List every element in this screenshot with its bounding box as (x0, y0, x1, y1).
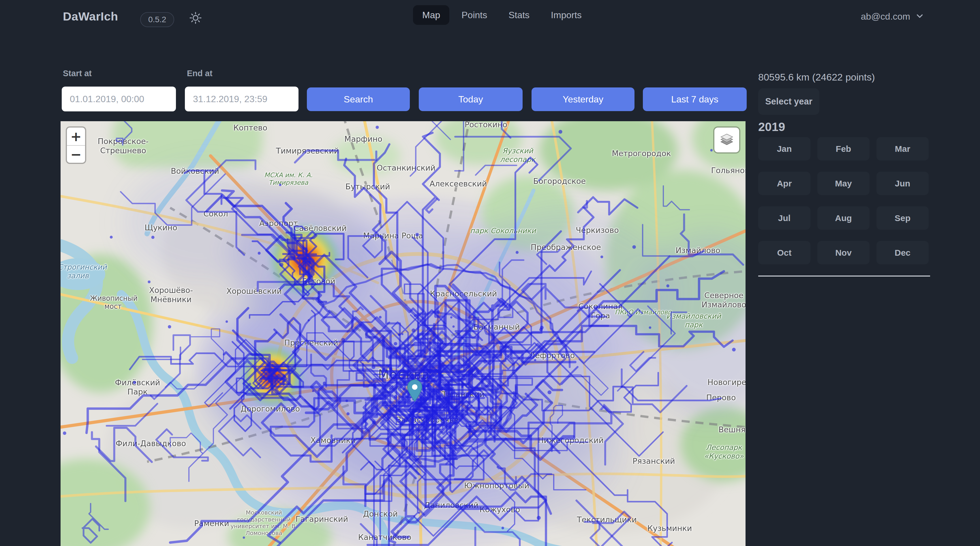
month-button-aug[interactable]: Aug (817, 206, 870, 230)
month-button-nov[interactable]: Nov (817, 241, 870, 264)
month-button-sep[interactable]: Sep (877, 206, 929, 230)
zoom-out-button[interactable]: − (67, 145, 85, 163)
month-button-may[interactable]: May (817, 172, 870, 195)
month-button-jan[interactable]: Jan (758, 137, 810, 160)
yesterday-button[interactable]: Yesterday (531, 88, 635, 111)
gps-tracks-layer (60, 121, 746, 546)
map-zoom-control: + − (67, 128, 85, 163)
month-button-mar[interactable]: Mar (877, 137, 929, 160)
tab-points[interactable]: Points (452, 5, 496, 25)
month-button-feb[interactable]: Feb (817, 137, 870, 160)
theme-toggle[interactable] (188, 10, 204, 27)
app-root: DaWarIch 0.5.2 MapPointsStatsImports ab@… (0, 0, 980, 546)
account-email: ab@cd.com (861, 11, 910, 22)
year-heading: 2019 (758, 120, 785, 134)
chevron-down-icon (915, 11, 924, 22)
tab-map[interactable]: Map (413, 5, 449, 25)
month-button-apr[interactable]: Apr (758, 172, 810, 195)
location-marker-pin[interactable] (406, 380, 423, 403)
search-button[interactable]: Search (307, 88, 410, 111)
month-button-dec[interactable]: Dec (877, 241, 929, 264)
zoom-in-button[interactable]: + (67, 128, 85, 145)
version-badge: 0.5.2 (140, 12, 174, 27)
sidebar-divider (758, 276, 930, 276)
today-button[interactable]: Today (419, 88, 523, 111)
last-7-days-button[interactable]: Last 7 days (643, 88, 747, 111)
end-at-input[interactable] (185, 86, 299, 112)
sun-icon (189, 11, 202, 26)
map-canvas[interactable]: Покровское-СтрешневоКоптевоМарфиноТимиря… (60, 121, 746, 546)
app-logo[interactable]: DaWarIch (63, 10, 118, 23)
end-at-label: End at (187, 69, 213, 78)
start-at-input[interactable] (62, 86, 176, 112)
start-at-label: Start at (63, 69, 92, 78)
distance-points-stats: 80595.6 km (24622 points) (758, 72, 875, 83)
layers-icon (719, 132, 735, 148)
layers-control[interactable] (714, 128, 739, 152)
tab-imports[interactable]: Imports (542, 5, 591, 25)
tab-stats[interactable]: Stats (499, 5, 539, 25)
main-nav: MapPointsStatsImports (413, 5, 591, 25)
months-grid: JanFebMarAprMayJunJulAugSepOctNovDec (758, 137, 929, 264)
select-year-button[interactable]: Select year (758, 88, 819, 115)
month-button-jun[interactable]: Jun (877, 172, 929, 195)
month-button-oct[interactable]: Oct (758, 241, 810, 264)
month-button-jul[interactable]: Jul (758, 206, 810, 230)
account-menu[interactable]: ab@cd.com (861, 11, 924, 22)
